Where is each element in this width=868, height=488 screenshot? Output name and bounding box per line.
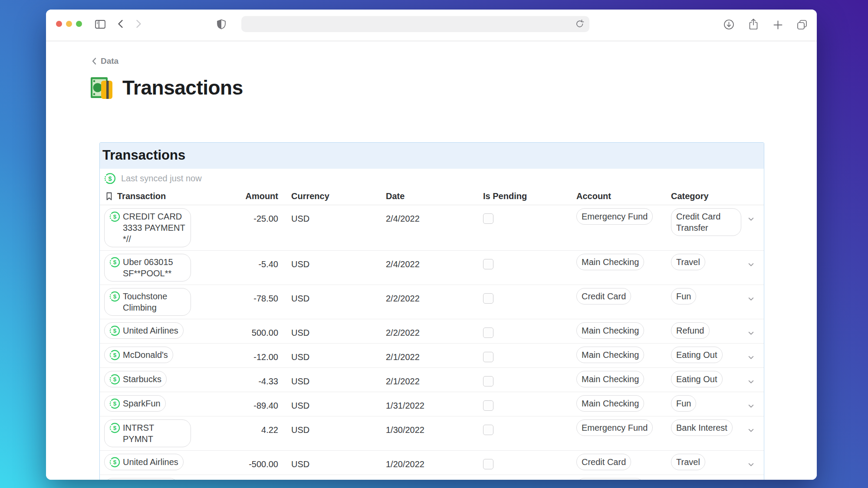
transaction-label: United Airlines [123, 325, 178, 336]
minimize-button[interactable] [66, 21, 72, 27]
dollar-coin-icon: $ [109, 422, 120, 433]
sidebar-toggle-button[interactable] [94, 19, 106, 30]
is-pending-checkbox[interactable] [483, 352, 493, 362]
account-pill[interactable]: Main Checking [576, 478, 644, 480]
svg-text:$: $ [113, 352, 117, 358]
is-pending-checkbox[interactable] [483, 259, 493, 269]
currency-cell: USD [283, 454, 377, 472]
transaction-pill[interactable]: $ Touchstone Climbing [104, 288, 191, 316]
category-pill[interactable]: Fun [671, 288, 696, 305]
close-button[interactable] [56, 21, 62, 27]
row-expand-chevron-icon[interactable] [747, 216, 755, 223]
refresh-icon [575, 19, 585, 29]
sidebar-icon [94, 19, 106, 30]
category-pill[interactable]: Bank Interest [671, 419, 733, 436]
table-row: $ Starbucks -4.33 USD 2/1/2022 Main Chec… [100, 368, 764, 392]
is-pending-checkbox[interactable] [483, 213, 493, 224]
refresh-button[interactable] [575, 19, 585, 29]
transaction-pill[interactable]: $ INTRST PYMNT [104, 419, 191, 447]
currency-cell: USD [283, 208, 377, 247]
is-pending-checkbox[interactable] [483, 293, 493, 304]
account-pill[interactable]: Credit Card [576, 288, 631, 305]
row-expand-chevron-icon[interactable] [747, 378, 755, 386]
account-pill[interactable]: Main Checking [576, 395, 644, 412]
transaction-pill[interactable]: $ McDonald's [104, 347, 173, 363]
browser-window: Data Transactions Transactions [46, 10, 817, 480]
transaction-pill[interactable]: $ United Airlines [104, 454, 184, 470]
row-expand-chevron-icon[interactable] [747, 354, 755, 361]
row-expand-chevron-icon[interactable] [747, 295, 755, 303]
dollar-coin-icon: $ [109, 350, 120, 360]
account-pill[interactable]: Main Checking [576, 347, 644, 363]
table-row: $ United Airlines -500.00 USD 1/20/2022 … [100, 451, 764, 475]
category-pill[interactable]: Travel [671, 454, 705, 470]
amount-cell: 500.00 [195, 322, 283, 340]
transaction-pill[interactable]: $ Uber 072515 [104, 478, 178, 480]
tab-overview-button[interactable] [796, 19, 808, 31]
date-cell: 2/2/2022 [377, 322, 473, 340]
downloads-button[interactable] [723, 19, 735, 30]
row-expand-chevron-icon[interactable] [747, 461, 755, 468]
account-pill[interactable]: Emergency Fund [576, 419, 653, 436]
bookmark-icon [105, 192, 113, 201]
column-header-date: Date [377, 188, 473, 205]
dollar-coin-icon: $ [109, 374, 120, 385]
is-pending-checkbox[interactable] [483, 400, 493, 411]
category-pill[interactable]: Refund [671, 322, 710, 339]
sync-status-text: Last synced just now [121, 174, 202, 183]
svg-text:$: $ [113, 259, 117, 265]
amount-cell: -89.40 [195, 395, 283, 413]
transaction-pill[interactable]: $ United Airlines [104, 322, 184, 339]
category-pill[interactable]: Fun [671, 395, 696, 412]
column-header-category: Category [662, 188, 742, 205]
row-expand-chevron-icon[interactable] [747, 427, 755, 434]
table-row: $ Uber 063015 SF**POOL** -5.40 USD 2/4/2… [100, 251, 764, 285]
share-button[interactable] [748, 18, 759, 31]
back-icon [116, 19, 125, 29]
forward-icon [134, 19, 143, 29]
currency-cell: USD [283, 395, 377, 413]
row-expand-chevron-icon[interactable] [747, 261, 755, 269]
account-pill[interactable]: Credit Card [576, 454, 631, 470]
is-pending-checkbox[interactable] [483, 376, 493, 386]
column-header-currency: Currency [283, 188, 377, 205]
back-button[interactable] [116, 19, 125, 29]
svg-text:$: $ [113, 376, 117, 383]
dollar-coin-icon: $ [109, 457, 120, 468]
shield-icon [216, 19, 227, 30]
is-pending-checkbox[interactable] [483, 425, 493, 435]
category-pill[interactable]: Credit Card Transfer [671, 208, 741, 236]
breadcrumb[interactable]: Data [91, 56, 118, 66]
table-row: $ Uber 072515 -6.33 USD 1/18/2022 Main C… [100, 475, 764, 480]
dollar-coin-icon: $ [109, 398, 120, 409]
zoom-button[interactable] [76, 21, 82, 27]
transaction-pill[interactable]: $ Uber 063015 SF**POOL** [104, 254, 191, 282]
transaction-pill[interactable]: $ Starbucks [104, 371, 167, 387]
category-pill[interactable]: Eating Out [671, 371, 723, 387]
forward-button[interactable] [134, 19, 143, 29]
category-pill[interactable]: Eating Out [671, 347, 723, 363]
account-pill[interactable]: Main Checking [576, 371, 644, 387]
amount-cell: -500.00 [195, 454, 283, 472]
address-bar[interactable] [241, 16, 589, 32]
row-expand-chevron-icon[interactable] [747, 330, 755, 337]
table-row: $ CREDIT CARD 3333 PAYMENT *// -25.00 US… [100, 205, 764, 251]
new-tab-button[interactable] [773, 20, 783, 30]
transaction-pill[interactable]: $ CREDIT CARD 3333 PAYMENT *// [104, 208, 191, 247]
table-row: $ United Airlines 500.00 USD 2/2/2022 Ma… [100, 319, 764, 344]
is-pending-checkbox[interactable] [483, 459, 493, 469]
row-expand-chevron-icon[interactable] [747, 403, 755, 410]
column-header-transaction: Transaction [100, 188, 195, 205]
currency-cell: USD [283, 322, 377, 340]
privacy-report-button[interactable] [216, 19, 227, 30]
account-pill[interactable]: Main Checking [576, 322, 644, 339]
amount-cell: -4.33 [195, 371, 283, 389]
category-pill[interactable]: Travel [671, 254, 705, 270]
column-header-account: Account [568, 188, 662, 205]
account-pill[interactable]: Main Checking [576, 254, 644, 270]
date-cell: 1/31/2022 [377, 395, 473, 413]
is-pending-checkbox[interactable] [483, 328, 493, 338]
account-pill[interactable]: Emergency Fund [576, 208, 653, 225]
currency-cell: USD [283, 419, 377, 447]
transaction-pill[interactable]: $ SparkFun [104, 395, 166, 412]
